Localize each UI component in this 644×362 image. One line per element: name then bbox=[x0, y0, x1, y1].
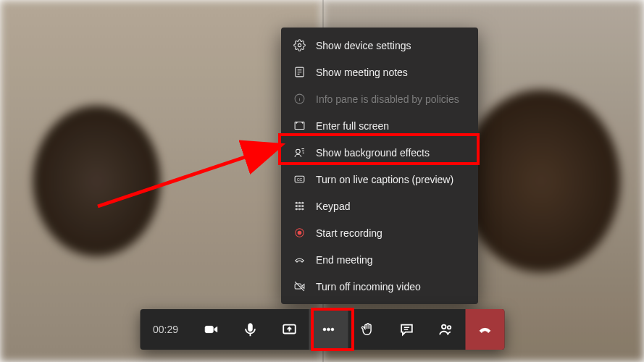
svg-text:CC: CC bbox=[296, 178, 302, 182]
svg-point-9 bbox=[296, 149, 300, 153]
menu-item-label: Keypad bbox=[316, 201, 350, 212]
menu-item-label: Turn on live captions (preview) bbox=[316, 174, 453, 185]
menu-background-effects[interactable]: Show background effects bbox=[281, 139, 478, 166]
svg-point-21 bbox=[296, 209, 297, 210]
cc-icon: CC bbox=[293, 173, 306, 186]
video-participant-1 bbox=[0, 0, 322, 362]
menu-item-label: Enter full screen bbox=[316, 120, 389, 132]
participants-button[interactable] bbox=[426, 309, 465, 350]
menu-item-label: Show meeting notes bbox=[316, 67, 408, 78]
svg-point-18 bbox=[296, 205, 297, 206]
background-effects-icon bbox=[293, 146, 306, 159]
share-screen-button[interactable] bbox=[269, 309, 309, 350]
chat-button[interactable] bbox=[387, 309, 426, 350]
svg-point-23 bbox=[301, 209, 303, 210]
notes-icon bbox=[293, 66, 306, 79]
menu-info-pane-disabled: Info pane is disabled by policies bbox=[281, 85, 478, 112]
menu-device-settings[interactable]: Show device settings bbox=[281, 32, 478, 59]
mic-toggle-button[interactable] bbox=[230, 309, 269, 350]
svg-rect-31 bbox=[248, 324, 252, 332]
menu-item-label: End meeting bbox=[316, 254, 373, 266]
svg-point-19 bbox=[298, 205, 300, 206]
svg-marker-30 bbox=[214, 327, 217, 332]
svg-marker-27 bbox=[302, 285, 304, 289]
fullscreen-icon bbox=[293, 119, 306, 132]
svg-point-41 bbox=[447, 326, 450, 329]
svg-point-17 bbox=[301, 202, 303, 203]
svg-point-40 bbox=[442, 325, 446, 329]
call-timer: 00:29 bbox=[140, 324, 191, 335]
menu-item-label: Show background effects bbox=[316, 147, 430, 159]
menu-item-label: Turn off incoming video bbox=[316, 281, 421, 292]
svg-point-16 bbox=[298, 202, 300, 203]
menu-fullscreen[interactable]: Enter full screen bbox=[281, 112, 478, 139]
end-meeting-icon bbox=[293, 253, 306, 266]
menu-start-recording[interactable]: Start recording bbox=[281, 219, 478, 246]
more-actions-menu: Show device settings Show meeting notes … bbox=[281, 28, 478, 304]
gear-icon bbox=[293, 39, 306, 52]
svg-rect-29 bbox=[205, 326, 213, 332]
svg-point-0 bbox=[298, 43, 301, 46]
raise-hand-button[interactable] bbox=[348, 309, 387, 350]
menu-meeting-notes[interactable]: Show meeting notes bbox=[281, 59, 478, 85]
menu-item-label: Start recording bbox=[316, 227, 382, 239]
info-icon bbox=[293, 93, 306, 106]
svg-point-25 bbox=[297, 231, 301, 235]
menu-turn-off-incoming-video[interactable]: Turn off incoming video bbox=[281, 273, 478, 300]
svg-point-36 bbox=[327, 328, 330, 331]
menu-item-label: Show device settings bbox=[316, 40, 411, 51]
hangup-button[interactable] bbox=[465, 309, 504, 350]
svg-point-37 bbox=[331, 328, 334, 331]
svg-point-22 bbox=[298, 209, 300, 210]
meeting-toolbar: 00:29 bbox=[140, 309, 504, 350]
camera-toggle-button[interactable] bbox=[191, 309, 230, 350]
menu-keypad[interactable]: Keypad bbox=[281, 193, 478, 219]
keypad-icon bbox=[293, 200, 306, 213]
record-icon bbox=[293, 227, 306, 240]
menu-live-captions[interactable]: CC Turn on live captions (preview) bbox=[281, 166, 478, 193]
svg-point-15 bbox=[296, 202, 297, 203]
more-actions-button[interactable] bbox=[309, 309, 348, 350]
menu-item-label: Info pane is disabled by policies bbox=[316, 93, 459, 105]
svg-point-20 bbox=[301, 205, 303, 206]
menu-end-meeting[interactable]: End meeting bbox=[281, 246, 478, 273]
svg-line-28 bbox=[295, 282, 304, 291]
svg-point-35 bbox=[323, 328, 326, 331]
video-off-icon bbox=[293, 280, 306, 293]
